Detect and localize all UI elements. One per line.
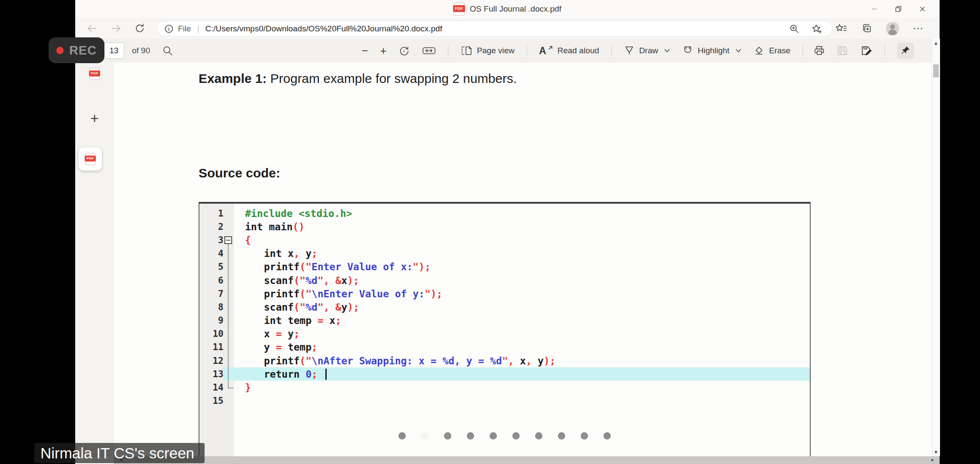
zoom-search-icon[interactable] xyxy=(789,24,799,34)
restore-icon xyxy=(894,5,902,13)
search-icon[interactable] xyxy=(162,45,173,56)
fold-marker xyxy=(224,341,235,354)
favorites-bar-icon[interactable] xyxy=(835,23,847,34)
page-view-button[interactable]: Page view xyxy=(460,45,514,56)
code-text: return 0; xyxy=(235,367,810,381)
carousel-dot[interactable] xyxy=(581,432,588,440)
rotate-icon[interactable] xyxy=(398,45,410,57)
page-number-input[interactable]: 13 xyxy=(104,43,124,59)
scroll-right-icon[interactable]: ▸ xyxy=(928,457,937,463)
line-number: 7 xyxy=(199,289,224,299)
screen-share-stage: PDF OS Full Journal .docx.pdf xyxy=(0,0,980,464)
fold-marker[interactable] xyxy=(224,233,235,247)
code-line: 7printf("\nEnter Value of y:"); xyxy=(199,287,810,300)
fold-marker xyxy=(224,381,235,394)
fold-marker xyxy=(224,327,235,341)
fold-marker xyxy=(224,354,235,367)
line-number: 13 xyxy=(199,369,224,379)
fold-marker xyxy=(224,247,235,260)
carousel-dot[interactable] xyxy=(398,432,406,440)
info-icon[interactable] xyxy=(164,24,174,34)
carousel-dot[interactable] xyxy=(467,432,474,440)
highlight-button[interactable]: Highlight xyxy=(682,45,741,56)
restore-button[interactable] xyxy=(886,0,910,18)
refresh-icon[interactable] xyxy=(135,23,145,34)
toolbar-divider xyxy=(802,45,803,56)
draw-pen-icon xyxy=(624,45,635,56)
fit-width-icon[interactable] xyxy=(422,46,436,56)
vertical-scrollbar-thumb[interactable] xyxy=(933,64,939,77)
carousel-dot[interactable] xyxy=(490,432,497,440)
line-number: 14 xyxy=(199,382,224,393)
code-text: printf("Enter Value of x:"); xyxy=(235,260,810,274)
horizontal-scrollbar[interactable]: ◂ ▸ xyxy=(114,456,940,464)
chevron-down-icon[interactable] xyxy=(735,49,741,53)
code-text: printf("\nAfter Swapping: x = %d, y = %d… xyxy=(235,354,810,367)
code-line: 6scanf("%d", &x); xyxy=(199,274,810,287)
line-number: 4 xyxy=(199,248,224,259)
add-favorite-icon[interactable] xyxy=(812,24,823,34)
collections-icon[interactable] xyxy=(861,23,872,34)
fold-marker xyxy=(224,300,235,314)
carousel-dot[interactable] xyxy=(603,432,611,440)
read-aloud-button[interactable]: A Read aloud xyxy=(539,45,599,57)
title-bar: PDF OS Full Journal .docx.pdf xyxy=(75,0,940,18)
page-count-label: of 90 xyxy=(132,46,150,55)
save-icon[interactable] xyxy=(837,45,848,56)
code-line: 3{ xyxy=(199,233,810,247)
presenter-label: Nirmala IT CS's screen xyxy=(34,443,205,463)
line-number: 15 xyxy=(199,396,224,406)
sidebar-tab-strip: PDF PDF + xyxy=(75,63,114,456)
profile-avatar[interactable] xyxy=(886,22,899,35)
carousel-dot[interactable] xyxy=(421,432,429,440)
code-text: int main() xyxy=(235,220,810,233)
back-icon[interactable] xyxy=(86,24,98,33)
code-line: 11y = temp; xyxy=(199,341,810,354)
url-field[interactable]: File | C:/Users/vmps0/Downloads/OS%20Ful… xyxy=(157,21,833,37)
close-button[interactable] xyxy=(910,0,934,18)
read-aloud-icon: A xyxy=(539,45,546,57)
line-number: 9 xyxy=(199,315,224,326)
zoom-out-button[interactable]: − xyxy=(361,45,368,56)
line-number: 12 xyxy=(199,356,224,366)
erase-button[interactable]: Erase xyxy=(753,45,790,56)
fold-column xyxy=(224,207,235,220)
pin-toolbar-button[interactable] xyxy=(897,43,914,59)
minimize-icon xyxy=(871,6,878,12)
settings-menu-icon[interactable]: ⋯ xyxy=(913,22,924,34)
fold-column xyxy=(224,394,235,408)
carousel-dot[interactable] xyxy=(444,432,451,440)
example-heading: Example 1: Program example for swapping … xyxy=(199,71,517,86)
carousel-dot[interactable] xyxy=(535,432,542,440)
scroll-up-icon[interactable]: ▲ xyxy=(932,40,940,46)
read-aloud-label: Read aloud xyxy=(557,46,599,55)
sidebar-tab-pdf[interactable]: PDF xyxy=(75,68,114,80)
sidebar-tab-pdf-active[interactable]: PDF xyxy=(79,147,102,171)
line-number: 8 xyxy=(199,302,224,312)
page-controls: 13 of 90 xyxy=(104,39,173,63)
scroll-down-icon[interactable]: ▼ xyxy=(932,449,940,455)
plus-icon: + xyxy=(90,111,99,125)
code-text xyxy=(235,394,810,408)
save-as-icon[interactable] xyxy=(861,45,873,56)
recording-label: REC xyxy=(69,43,97,58)
draw-button[interactable]: Draw xyxy=(624,45,670,56)
toolbar-divider xyxy=(527,45,527,56)
carousel-dot[interactable] xyxy=(512,432,520,440)
new-tab-button[interactable]: + xyxy=(75,111,114,125)
file-actions xyxy=(813,39,914,63)
vertical-scrollbar[interactable]: ▲ ▼ xyxy=(931,39,940,456)
code-line: 4int x, y; xyxy=(199,247,810,260)
code-line: 1#include <stdio.h> xyxy=(199,207,810,220)
code-text: y = temp; xyxy=(235,341,810,354)
page-view-icon xyxy=(460,45,472,56)
carousel-dot[interactable] xyxy=(558,432,565,440)
url-field-actions xyxy=(789,24,825,34)
window-title-text: OS Full Journal .docx.pdf xyxy=(470,4,561,14)
minimize-button[interactable] xyxy=(862,0,886,18)
zoom-in-button[interactable]: + xyxy=(380,45,386,56)
print-icon[interactable] xyxy=(813,45,825,56)
toolbar-divider xyxy=(448,45,448,56)
forward-icon[interactable] xyxy=(110,24,122,33)
chevron-down-icon[interactable] xyxy=(664,49,670,53)
